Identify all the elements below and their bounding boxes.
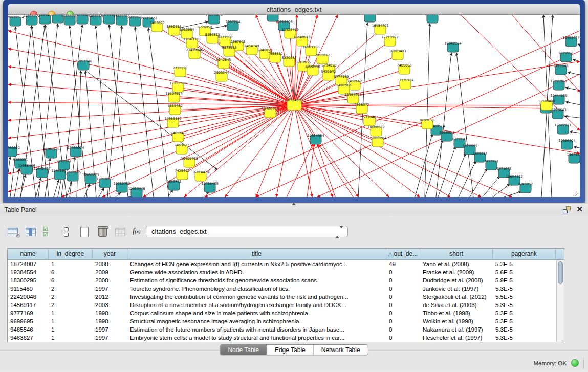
column-header-year[interactable]: year [93,249,127,259]
close-panel-icon[interactable]: ✕ [576,205,583,213]
table-cell: 0 [386,325,420,334]
graph-node-label: 12444159 [550,94,567,98]
column-header-pagerank[interactable]: pagerank [493,249,556,259]
graph-node[interactable] [364,15,376,22]
show-columns-icon[interactable] [25,226,37,238]
graph-node-label: 16782759 [113,182,130,186]
window-titlebar[interactable]: citations_edges.txt [8,4,580,15]
table-cell: 2012 [93,293,127,301]
graph-node-label: 12923446 [128,187,145,191]
table-cell: 1998 [93,317,127,325]
table-row[interactable]: 946554611997Estimation of the future num… [8,325,564,334]
tab-edge-table[interactable]: Edge Table [267,345,314,355]
table-panel-title: Table Panel [5,206,37,213]
table-cell: Tourette syndrome. Phenomenology and cla… [127,285,386,293]
delete-attribute-icon[interactable] [97,226,109,238]
dropdown-stepper-icon [335,228,343,236]
graph-node-label: 1167539 [567,152,580,157]
table-cell: Investigating the contribution of common… [127,293,386,301]
memory-status-button[interactable]: Memory: OK [533,360,567,366]
function-builder-icon[interactable]: f(x) [133,226,145,238]
table-row[interactable]: 1938455462009Genome-wide association stu… [8,268,564,276]
table-tabbar: Node TableEdge TableNetwork Table [0,344,588,356]
tab-network-table[interactable]: Network Table [314,345,368,355]
graph-node-label: 7357224 [226,20,241,24]
table-body: 1872400712008Changes of HCN gene express… [8,260,564,342]
table-row[interactable]: 1830029562008Estimation of significance … [8,276,564,285]
table-cell: 1 [49,317,93,325]
table-cell: 5.3E-5 [493,325,556,334]
graph-node-label: 17957223 [82,173,99,177]
column-header-name[interactable]: name [8,249,49,259]
table-cell: Hescheler et al. (1997) [420,334,493,342]
splitter-handle-icon[interactable] [292,203,296,205]
new-attribute-icon[interactable] [79,226,91,238]
table-row[interactable]: 977716911998Corpus callosum shape and si… [8,309,564,317]
table-row[interactable]: 911546021997Tourette syndrome. Phenomeno… [8,285,564,293]
graph-node-label: 7425402 [175,169,190,173]
network-canvas[interactable]: 2051802424055724276914068134104106552871… [8,15,580,197]
graph-edge [107,26,122,197]
graph-node-label: 10654112 [506,174,522,179]
table-cell: 5.6E-5 [493,268,556,276]
float-panel-icon[interactable] [563,206,571,213]
table-cell: 9465546 [8,325,49,334]
graph-node-label: 8938924 [440,130,454,135]
table-header-row: namein_degreeyeartitle△out_de...shortpag… [8,249,564,260]
graph-node-label: 8990448 [306,64,320,69]
graph-edge [294,15,338,105]
table-cell: 6 [49,276,93,285]
row-height-icon[interactable] [61,226,73,238]
table-cell: 0 [386,268,420,276]
graph-edge [256,105,294,197]
column-header-in_degree[interactable]: in_degree [49,249,93,259]
graph-edge [135,27,154,197]
graph-node-label: 12213967 [381,35,398,39]
graph-edge [8,105,294,174]
column-header-out_de[interactable]: △out_de... [386,249,420,259]
table-cell: 5.3E-5 [493,260,556,268]
column-header-short[interactable]: short [420,249,493,259]
graph-edge [8,102,294,105]
graph-node-label: 17375104 [397,78,413,82]
graph-edge [415,134,432,197]
table-cell: 1 [49,334,93,342]
table-row[interactable]: 2242004622012Investigating the contribut… [8,293,564,301]
tab-node-table[interactable]: Node Table [220,345,267,355]
node-table: namein_degreeyeartitle△out_de...shortpag… [7,248,564,342]
table-row[interactable]: 1872400712008Changes of HCN gene express… [8,260,564,268]
table-selector-dropdown[interactable]: citations_edges.txt [146,226,348,237]
table-cell: Genome-wide association studies in ADHD. [127,268,386,276]
scrollbar-thumb[interactable] [558,261,563,284]
table-scrollbar[interactable] [556,260,564,342]
import-table-icon[interactable] [115,226,127,238]
table-cell: Dudbridge et al. (2008) [420,276,493,285]
table-cell: 2 [49,285,93,293]
graph-node-label: 10688609 [367,125,384,129]
graph-node-label: 11598498 [538,99,555,103]
table-row[interactable]: 1456911722003Disruption of a novel membe… [8,301,564,309]
graph-edge [578,44,580,49]
table-row[interactable]: 969969511998Structural magnetic resonanc… [8,317,564,325]
graph-node-label: 7462662 [347,79,362,83]
graph-node-label: 9777169 [334,75,349,79]
window-title: citations_edges.txt [8,6,580,13]
graph-node-label: 7955812 [315,53,330,57]
citation-network-graph[interactable]: 2051802424055724276914068134104106552871… [8,15,580,197]
graph-node-label: 9465546 [171,131,186,135]
graph-node-label: 8131074 [425,15,440,16]
graph-node-label: 19384554 [307,134,324,138]
table-cell: 18300295 [8,276,49,285]
table-row[interactable]: 946362711997Embryonic stem cells: a mode… [8,334,564,342]
graph-edge [504,191,521,197]
table-settings-icon[interactable]: ⚙ [7,226,19,238]
table-cell: 0 [386,309,420,317]
column-header-title[interactable]: title [127,249,386,259]
select-attributes-icon[interactable]: ☑☑ [43,226,55,238]
graph-node-label: 2367608 [231,40,246,44]
table-cell: 0 [386,285,420,293]
graph-node-label: 9097587 [57,159,72,163]
graph-edge [8,84,294,105]
graph-node-label: 6497568 [337,83,352,87]
table-cell: 1 [49,309,93,317]
